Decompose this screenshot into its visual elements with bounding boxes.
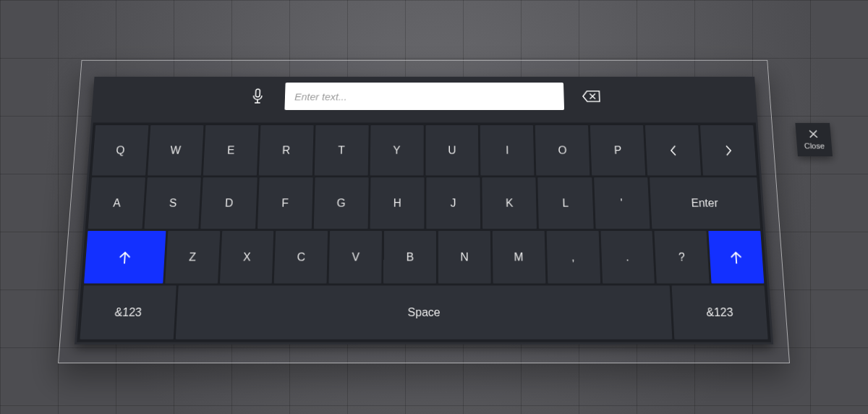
key-f[interactable]: F: [258, 177, 313, 229]
key-p[interactable]: P: [590, 125, 645, 175]
key-s[interactable]: S: [145, 177, 202, 229]
key-a[interactable]: A: [88, 177, 145, 229]
key-q[interactable]: Q: [92, 125, 148, 175]
close-label: Close: [804, 142, 825, 151]
key-v[interactable]: V: [329, 231, 382, 284]
close-icon: [808, 129, 819, 138]
close-button[interactable]: Close: [795, 123, 833, 156]
key-g[interactable]: G: [313, 177, 368, 229]
key-t[interactable]: T: [314, 125, 368, 175]
backspace-icon[interactable]: [573, 83, 609, 110]
svg-line-5: [124, 252, 125, 263]
key-k[interactable]: K: [482, 177, 537, 229]
keyboard-top-bar: Enter text...: [91, 77, 757, 116]
key-o[interactable]: O: [535, 125, 590, 175]
key-r[interactable]: R: [259, 125, 314, 175]
keyboard-panel: Enter text... Q W E R T Y U: [75, 77, 773, 345]
key-n[interactable]: N: [438, 231, 491, 284]
key-m[interactable]: M: [493, 231, 546, 284]
key-c[interactable]: C: [274, 231, 328, 284]
key-b[interactable]: B: [383, 231, 436, 284]
key-d[interactable]: D: [201, 177, 258, 229]
keyboard-panel-frame: Enter text... Q W E R T Y U: [58, 60, 790, 363]
key-symbols-right[interactable]: &123: [672, 286, 768, 339]
key-w[interactable]: W: [148, 125, 203, 175]
key-apostrophe[interactable]: ': [594, 177, 650, 229]
key-l[interactable]: L: [538, 177, 594, 229]
key-h[interactable]: H: [370, 177, 424, 229]
key-question[interactable]: ?: [655, 231, 710, 284]
key-e[interactable]: E: [203, 125, 259, 175]
keyboard-row-3: Z X C V B N M , . ?: [84, 231, 764, 284]
keyboard-row-4: &123 Space &123: [80, 286, 767, 339]
key-i[interactable]: I: [480, 125, 535, 175]
key-period[interactable]: .: [600, 231, 655, 284]
key-z[interactable]: Z: [165, 231, 220, 284]
key-enter[interactable]: Enter: [650, 177, 760, 229]
key-comma[interactable]: ,: [546, 231, 600, 284]
key-y[interactable]: Y: [370, 125, 423, 175]
key-shift-right[interactable]: [709, 231, 765, 284]
key-space[interactable]: Space: [175, 286, 672, 339]
svg-line-6: [736, 252, 736, 263]
caret-right-icon[interactable]: [700, 125, 757, 175]
key-j[interactable]: J: [426, 177, 480, 229]
microphone-icon[interactable]: [239, 83, 276, 110]
keyboard-row-1: Q W E R T Y U I O P: [92, 125, 757, 175]
keyboard: Q W E R T Y U I O P: [77, 122, 771, 342]
key-x[interactable]: X: [220, 231, 274, 284]
key-u[interactable]: U: [425, 125, 479, 175]
key-shift-left[interactable]: [84, 231, 166, 284]
text-input[interactable]: Enter text...: [284, 83, 564, 110]
key-symbols-left[interactable]: &123: [80, 286, 176, 339]
caret-left-icon[interactable]: [645, 125, 701, 175]
keyboard-row-2: A S D F G H J K L ' Enter: [88, 177, 760, 229]
svg-rect-0: [255, 89, 260, 97]
